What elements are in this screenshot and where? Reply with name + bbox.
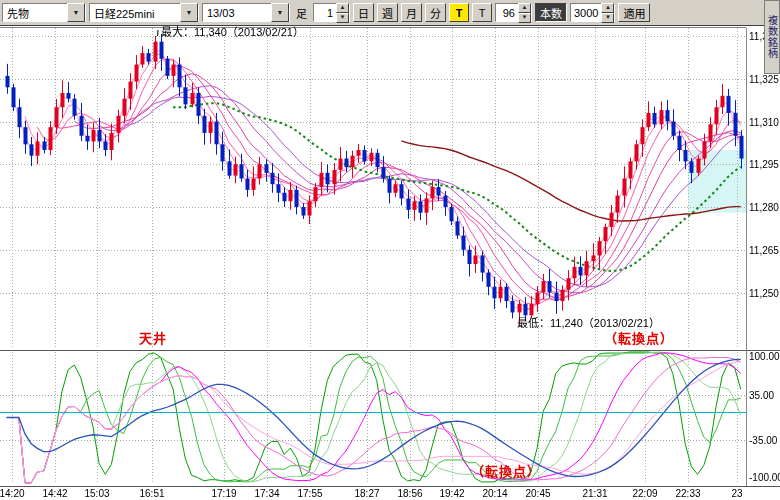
time-axis-label: 16:51 bbox=[139, 488, 164, 499]
timeframe-label: 足 bbox=[293, 5, 310, 21]
time-axis-label: 23 bbox=[731, 488, 742, 499]
time-axis-label: 17:34 bbox=[254, 488, 279, 499]
bars-count-button[interactable]: 本数 bbox=[535, 3, 567, 22]
toolbar: 先物 ▼ 日経225mini ▼ 13/03 ▼ 足 1 ▲ ▼ 日 週 月 分… bbox=[0, 0, 780, 26]
turning-point-bottom-annotation: （転換点） bbox=[471, 461, 541, 480]
period-month-button[interactable]: 月 bbox=[401, 3, 422, 22]
dropdown-arrow-icon[interactable]: ▼ bbox=[67, 3, 85, 22]
bars-spinner[interactable]: 96 ▲ ▼ bbox=[495, 3, 532, 22]
time-axis-label: 18:27 bbox=[354, 488, 379, 499]
multi-symbol-tab[interactable]: 複数銘柄 bbox=[764, 0, 780, 74]
chart-application: 先物 ▼ 日経225mini ▼ 13/03 ▼ 足 1 ▲ ▼ 日 週 月 分… bbox=[0, 0, 780, 500]
time-axis-label: 18:56 bbox=[397, 488, 422, 499]
time-axis-label: 15:03 bbox=[84, 488, 109, 499]
dropdown-arrow-icon[interactable]: ▼ bbox=[180, 3, 198, 22]
time-axis-label: 20:45 bbox=[525, 488, 550, 499]
price-axis-label: 11,265 bbox=[749, 245, 779, 256]
time-axis-label: 14:42 bbox=[42, 488, 67, 499]
time-axis-label: 21:31 bbox=[582, 488, 607, 499]
oscillator-axis-label: -35.00 bbox=[749, 435, 777, 446]
time-axis-label: 22:09 bbox=[632, 488, 657, 499]
tick-button-selected[interactable]: T bbox=[449, 3, 469, 22]
instrument-type-value: 先物 bbox=[3, 5, 67, 21]
spin-down-icon[interactable]: ▼ bbox=[601, 13, 614, 23]
period-week-button[interactable]: 週 bbox=[377, 3, 398, 22]
time-axis-label: 22:33 bbox=[675, 488, 700, 499]
price-axis-label: 11,325 bbox=[749, 74, 779, 85]
count-value: 3000 bbox=[571, 7, 601, 19]
oscillator-axis-label: 35.00 bbox=[749, 390, 774, 401]
contract-month-value: 13/03 bbox=[203, 7, 271, 19]
time-axis-label: 14:20 bbox=[0, 488, 25, 499]
spin-down-icon[interactable]: ▼ bbox=[518, 13, 531, 23]
time-axis-label: 19:42 bbox=[439, 488, 464, 499]
turning-point-right-annotation: （転換点） bbox=[604, 328, 674, 347]
contract-month-select[interactable]: 13/03 ▼ bbox=[202, 3, 290, 22]
period-minute-button[interactable]: 分 bbox=[425, 3, 446, 22]
price-axis-label: 11,310 bbox=[749, 117, 779, 128]
spin-down-icon[interactable]: ▼ bbox=[336, 13, 349, 23]
instrument-select[interactable]: 日経225mini ▼ bbox=[89, 3, 199, 22]
time-axis-label: 17:19 bbox=[211, 488, 236, 499]
tick-button[interactable]: T bbox=[472, 3, 492, 22]
instrument-value: 日経225mini bbox=[90, 5, 180, 21]
period-day-button[interactable]: 日 bbox=[353, 3, 374, 22]
price-axis-label: 11,250 bbox=[749, 288, 779, 299]
time-axis-label: 20:14 bbox=[482, 488, 507, 499]
dropdown-arrow-icon[interactable]: ▼ bbox=[271, 3, 289, 22]
price-axis-label: 11,295 bbox=[749, 159, 779, 170]
spin-up-icon[interactable]: ▲ bbox=[336, 3, 349, 13]
price-axis-label: 11,280 bbox=[749, 202, 779, 213]
apply-button[interactable]: 適用 bbox=[618, 3, 650, 22]
oscillator-axis-label: -100.00 bbox=[749, 472, 780, 483]
spin-up-icon[interactable]: ▲ bbox=[518, 3, 531, 13]
count-spinner[interactable]: 3000 ▲ ▼ bbox=[570, 3, 615, 22]
time-axis-label: 17:55 bbox=[297, 488, 322, 499]
instrument-type-select[interactable]: 先物 ▼ bbox=[2, 3, 86, 22]
timeframe-spinner[interactable]: 1 ▲ ▼ bbox=[313, 3, 350, 22]
ceiling-annotation: 天井 bbox=[139, 328, 167, 347]
spin-up-icon[interactable]: ▲ bbox=[601, 3, 614, 13]
chart-overlay: 最大：11,340（2013/02/21） 最低：11,240（2013/02/… bbox=[0, 0, 780, 500]
timeframe-value: 1 bbox=[314, 7, 336, 19]
bars-value: 96 bbox=[496, 7, 518, 19]
oscillator-axis-label: 100.00 bbox=[749, 351, 780, 362]
